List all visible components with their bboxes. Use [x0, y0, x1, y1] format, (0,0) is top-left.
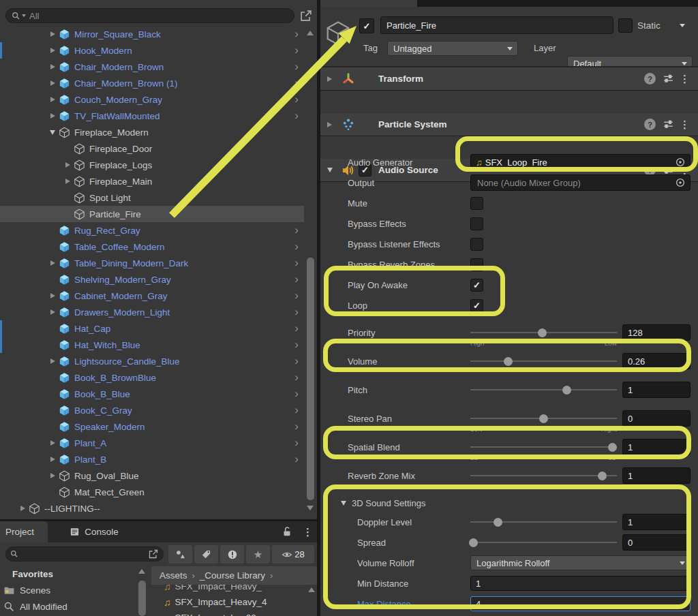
prefab-chevron-icon[interactable]	[294, 75, 299, 91]
sound-3d-settings-foldout[interactable]: 3D Sound Settings	[320, 494, 698, 512]
hierarchy-item[interactable]: Speaker_Modern	[0, 418, 304, 435]
panel-menu-kebab-icon[interactable]	[303, 526, 313, 538]
prefab-chevron-icon[interactable]	[294, 42, 299, 59]
component-header-transform[interactable]: Transform	[320, 67, 698, 91]
prefab-chevron-icon[interactable]	[294, 320, 299, 337]
hierarchy-item[interactable]: Spot Light	[0, 189, 304, 206]
audio-generator-object-field[interactable]: ♫ SFX_Loop_Fire	[470, 154, 691, 170]
expand-collapsed-icon[interactable]	[61, 179, 74, 184]
property-checkbox[interactable]	[470, 279, 483, 292]
property-checkbox[interactable]	[470, 197, 483, 210]
component-menu-kebab-icon[interactable]	[680, 73, 690, 85]
help-icon[interactable]	[644, 73, 656, 84]
hierarchy-item[interactable]: Plant_B	[0, 451, 304, 467]
asset-type-filter-button[interactable]	[168, 545, 192, 564]
prefab-chevron-icon[interactable]	[294, 337, 299, 353]
hierarchy-item[interactable]: Cabinet_Modern_Gray	[0, 288, 304, 304]
hierarchy-item[interactable]: Hook_Modern	[0, 42, 304, 59]
prefab-chevron-icon[interactable]	[294, 271, 299, 288]
hierarchy-item[interactable]: Rug_Rect_Gray	[0, 222, 304, 238]
slider-knob[interactable]	[494, 518, 502, 527]
expand-collapsed-icon[interactable]	[46, 80, 59, 86]
expand-collapsed-icon[interactable]	[46, 260, 59, 266]
expand-collapsed-icon[interactable]	[46, 113, 59, 119]
slider-knob[interactable]	[608, 443, 617, 452]
slider-knob[interactable]	[539, 414, 548, 423]
presets-icon[interactable]	[663, 73, 674, 84]
visibility-count-button[interactable]: 28	[272, 545, 314, 564]
slider-value-field[interactable]: 128	[622, 324, 691, 341]
tab-project[interactable]: Project	[0, 521, 48, 542]
prefab-chevron-icon[interactable]	[294, 26, 299, 42]
scroll-up-icon[interactable]	[307, 31, 314, 35]
expand-collapsed-icon[interactable]	[327, 76, 332, 82]
tab-console[interactable]: Console	[53, 521, 135, 542]
expand-collapsed-icon[interactable]	[46, 309, 59, 315]
scroll-up-icon[interactable]	[138, 569, 145, 574]
favorites-scrollbar-thumb[interactable]	[138, 581, 146, 616]
prefab-chevron-icon[interactable]	[294, 386, 299, 402]
slider-track[interactable]	[470, 360, 617, 362]
property-checkbox[interactable]	[470, 217, 483, 230]
max-distance-field[interactable]: 4	[470, 596, 691, 611]
hierarchy-item[interactable]: Chair_Modern_Brown	[0, 59, 304, 75]
active-checkbox[interactable]	[359, 18, 374, 33]
tag-dropdown[interactable]: Untagged	[387, 41, 518, 56]
prefab-chevron-icon[interactable]	[294, 418, 299, 435]
favorites-item-scenes[interactable]: Scenes	[0, 582, 136, 598]
property-checkbox[interactable]	[470, 299, 483, 312]
object-picker-icon[interactable]	[674, 176, 686, 189]
expand-collapsed-icon[interactable]	[46, 457, 59, 462]
slider-track[interactable]: HighLow	[470, 332, 617, 333]
hierarchy-item[interactable]: Couch_Modern_Gray	[0, 91, 304, 108]
popout-window-icon[interactable]	[299, 9, 313, 22]
hierarchy-item[interactable]: Fireplace_Logs	[0, 157, 304, 173]
component-menu-kebab-icon[interactable]	[680, 119, 690, 131]
project-search-input[interactable]	[5, 546, 164, 561]
expand-collapsed-icon[interactable]	[46, 473, 59, 478]
scroll-up-icon[interactable]	[308, 587, 315, 592]
hierarchy-item[interactable]: Shelving_Modern_Gray	[0, 271, 304, 288]
favorites-filter-button[interactable]: ★	[246, 545, 270, 564]
prefab-chevron-icon[interactable]	[294, 222, 299, 238]
hierarchy-item[interactable]: Plant_A	[0, 435, 304, 451]
breadcrumb-course-library[interactable]: _Course Library	[200, 570, 265, 581]
slider-knob[interactable]	[598, 472, 607, 480]
prefab-chevron-icon[interactable]	[294, 451, 299, 467]
prefab-chevron-icon[interactable]	[294, 353, 299, 369]
file-row[interactable]: ♫SFX_Impact_Heavy_	[151, 585, 310, 594]
static-dropdown-caret-icon[interactable]	[680, 24, 685, 27]
hierarchy-item[interactable]: TV_FlatWallMounted	[0, 108, 304, 124]
unlock-icon[interactable]	[281, 525, 293, 538]
property-checkbox[interactable]	[470, 238, 483, 251]
slider-value-field[interactable]: 1	[622, 467, 691, 484]
prefab-chevron-icon[interactable]	[294, 238, 299, 255]
hierarchy-item[interactable]: Mirror_Square_Black	[0, 26, 304, 42]
slider-track[interactable]	[470, 389, 617, 390]
prefab-chevron-icon[interactable]	[294, 435, 299, 451]
scroll-down-icon[interactable]	[307, 506, 314, 510]
hierarchy-item[interactable]: Book_B_BrownBlue	[0, 369, 304, 386]
help-icon[interactable]	[644, 119, 656, 130]
prefab-chevron-icon[interactable]	[294, 59, 299, 75]
expand-collapsed-icon[interactable]	[46, 358, 59, 364]
hierarchy-item[interactable]: Fireplace_Modern	[0, 124, 304, 140]
hierarchy-item[interactable]: Mat_Rect_Green	[0, 484, 304, 500]
hierarchy-item[interactable]: Fireplace_Main	[0, 173, 304, 189]
prefab-chevron-icon[interactable]	[294, 402, 299, 418]
slider-track[interactable]	[470, 521, 617, 523]
volume-rolloff-dropdown[interactable]: Logarithmic Rolloff	[470, 555, 691, 570]
hierarchy-item[interactable]: Lightsource_Candle_Blue	[0, 353, 304, 369]
search-filter-caret-icon[interactable]	[22, 14, 26, 17]
expand-collapsed-icon[interactable]	[327, 122, 332, 127]
breadcrumb-assets[interactable]: Assets	[160, 570, 187, 581]
slider-value-field[interactable]: 0.26	[622, 353, 691, 369]
expand-expanded-icon[interactable]	[46, 130, 59, 135]
favorites-item-all-modified[interactable]: All Modified	[0, 598, 136, 615]
slider-value-field[interactable]: 1	[622, 439, 691, 455]
hierarchy-item[interactable]: Hat_Cap	[0, 320, 304, 337]
slider-knob[interactable]	[469, 538, 478, 547]
slider-track[interactable]: LeftRight	[470, 418, 617, 419]
slider-value-field[interactable]: 0	[622, 410, 691, 427]
expand-collapsed-icon[interactable]	[46, 31, 59, 37]
